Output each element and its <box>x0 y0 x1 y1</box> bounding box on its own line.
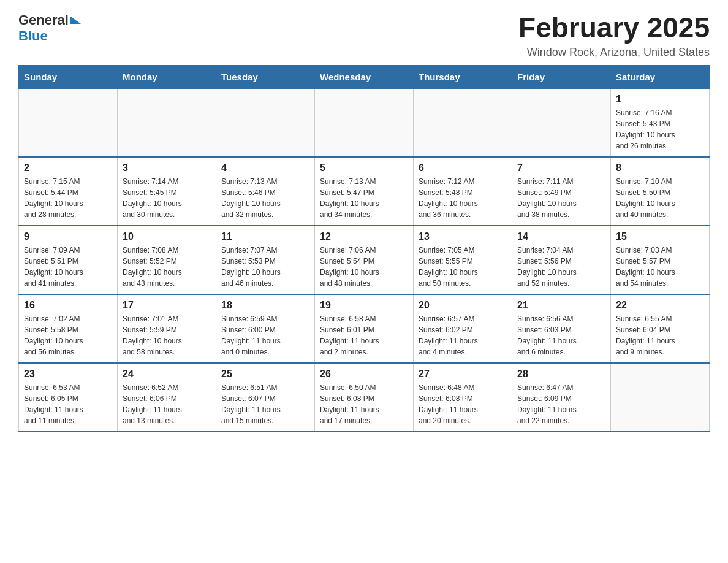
day-info: Sunrise: 7:13 AM Sunset: 5:46 PM Dayligh… <box>221 176 309 220</box>
day-info: Sunrise: 7:02 AM Sunset: 5:58 PM Dayligh… <box>24 313 112 358</box>
day-number: 13 <box>419 231 507 242</box>
calendar-cell: 23Sunrise: 6:53 AM Sunset: 6:05 PM Dayli… <box>19 363 118 432</box>
day-number: 21 <box>517 300 605 311</box>
calendar-cell: 24Sunrise: 6:52 AM Sunset: 6:06 PM Dayli… <box>118 363 216 432</box>
calendar-week-row: 23Sunrise: 6:53 AM Sunset: 6:05 PM Dayli… <box>19 363 710 432</box>
day-info: Sunrise: 7:12 AM Sunset: 5:48 PM Dayligh… <box>419 176 507 220</box>
day-info: Sunrise: 7:03 AM Sunset: 5:57 PM Dayligh… <box>616 245 704 289</box>
weekday-header-monday: Monday <box>118 65 216 88</box>
day-info: Sunrise: 6:58 AM Sunset: 6:01 PM Dayligh… <box>320 313 408 358</box>
day-info: Sunrise: 7:06 AM Sunset: 5:54 PM Dayligh… <box>320 245 408 289</box>
day-number: 19 <box>320 300 408 311</box>
day-number: 15 <box>616 231 704 242</box>
title-section: February 2025 Window Rock, Arizona, Unit… <box>518 12 710 59</box>
calendar-cell: 25Sunrise: 6:51 AM Sunset: 6:07 PM Dayli… <box>216 363 315 432</box>
calendar-cell: 4Sunrise: 7:13 AM Sunset: 5:46 PM Daylig… <box>216 157 315 226</box>
logo-general-text: General <box>18 12 69 28</box>
day-info: Sunrise: 7:07 AM Sunset: 5:53 PM Dayligh… <box>221 245 309 289</box>
day-info: Sunrise: 7:04 AM Sunset: 5:56 PM Dayligh… <box>517 245 605 289</box>
day-number: 26 <box>320 369 408 380</box>
day-info: Sunrise: 6:56 AM Sunset: 6:03 PM Dayligh… <box>517 313 605 358</box>
logo-arrow-icon <box>70 16 81 24</box>
day-info: Sunrise: 6:52 AM Sunset: 6:06 PM Dayligh… <box>123 382 211 426</box>
day-info: Sunrise: 6:47 AM Sunset: 6:09 PM Dayligh… <box>517 382 605 426</box>
day-number: 25 <box>221 369 309 380</box>
calendar-cell: 10Sunrise: 7:08 AM Sunset: 5:52 PM Dayli… <box>118 226 216 294</box>
weekday-header-saturday: Saturday <box>611 65 710 88</box>
day-number: 5 <box>320 163 408 174</box>
day-info: Sunrise: 6:55 AM Sunset: 6:04 PM Dayligh… <box>616 313 704 358</box>
day-number: 2 <box>24 163 112 174</box>
day-info: Sunrise: 7:10 AM Sunset: 5:50 PM Dayligh… <box>616 176 704 220</box>
calendar-week-row: 1Sunrise: 7:16 AM Sunset: 5:43 PM Daylig… <box>19 88 710 157</box>
day-number: 12 <box>320 231 408 242</box>
calendar-cell <box>118 88 216 157</box>
calendar-week-row: 9Sunrise: 7:09 AM Sunset: 5:51 PM Daylig… <box>19 226 710 294</box>
calendar-cell <box>512 88 611 157</box>
calendar-cell: 27Sunrise: 6:48 AM Sunset: 6:08 PM Dayli… <box>414 363 512 432</box>
calendar-cell: 8Sunrise: 7:10 AM Sunset: 5:50 PM Daylig… <box>611 157 710 226</box>
day-info: Sunrise: 7:09 AM Sunset: 5:51 PM Dayligh… <box>24 245 112 289</box>
calendar-cell: 26Sunrise: 6:50 AM Sunset: 6:08 PM Dayli… <box>315 363 414 432</box>
day-info: Sunrise: 6:53 AM Sunset: 6:05 PM Dayligh… <box>24 382 112 426</box>
calendar-cell: 19Sunrise: 6:58 AM Sunset: 6:01 PM Dayli… <box>315 294 414 363</box>
calendar-cell <box>19 88 118 157</box>
day-number: 20 <box>419 300 507 311</box>
day-number: 22 <box>616 300 704 311</box>
calendar-cell: 17Sunrise: 7:01 AM Sunset: 5:59 PM Dayli… <box>118 294 216 363</box>
calendar-cell: 21Sunrise: 6:56 AM Sunset: 6:03 PM Dayli… <box>512 294 611 363</box>
day-info: Sunrise: 6:57 AM Sunset: 6:02 PM Dayligh… <box>419 313 507 358</box>
day-info: Sunrise: 6:59 AM Sunset: 6:00 PM Dayligh… <box>221 313 309 358</box>
day-info: Sunrise: 7:01 AM Sunset: 5:59 PM Dayligh… <box>123 313 211 358</box>
calendar-cell <box>414 88 512 157</box>
page-header: General Blue February 2025 Window Rock, … <box>18 12 710 59</box>
calendar-cell: 3Sunrise: 7:14 AM Sunset: 5:45 PM Daylig… <box>118 157 216 226</box>
logo: General Blue <box>18 12 81 44</box>
day-number: 16 <box>24 300 112 311</box>
calendar-cell: 20Sunrise: 6:57 AM Sunset: 6:02 PM Dayli… <box>414 294 512 363</box>
location-text: Window Rock, Arizona, United States <box>518 46 710 59</box>
calendar-cell: 12Sunrise: 7:06 AM Sunset: 5:54 PM Dayli… <box>315 226 414 294</box>
day-number: 28 <box>517 369 605 380</box>
day-number: 10 <box>123 231 211 242</box>
calendar-cell <box>611 363 710 432</box>
day-number: 18 <box>221 300 309 311</box>
day-number: 11 <box>221 231 309 242</box>
day-info: Sunrise: 7:15 AM Sunset: 5:44 PM Dayligh… <box>24 176 112 220</box>
day-number: 9 <box>24 231 112 242</box>
calendar-cell: 7Sunrise: 7:11 AM Sunset: 5:49 PM Daylig… <box>512 157 611 226</box>
calendar-cell: 1Sunrise: 7:16 AM Sunset: 5:43 PM Daylig… <box>611 88 710 157</box>
calendar-cell: 13Sunrise: 7:05 AM Sunset: 5:55 PM Dayli… <box>414 226 512 294</box>
day-info: Sunrise: 7:11 AM Sunset: 5:49 PM Dayligh… <box>517 176 605 220</box>
calendar-cell: 15Sunrise: 7:03 AM Sunset: 5:57 PM Dayli… <box>611 226 710 294</box>
month-title: February 2025 <box>518 12 710 44</box>
calendar-cell: 6Sunrise: 7:12 AM Sunset: 5:48 PM Daylig… <box>414 157 512 226</box>
calendar-table: SundayMondayTuesdayWednesdayThursdayFrid… <box>18 65 710 432</box>
calendar-cell <box>216 88 315 157</box>
day-number: 3 <box>123 163 211 174</box>
day-info: Sunrise: 6:48 AM Sunset: 6:08 PM Dayligh… <box>419 382 507 426</box>
day-number: 27 <box>419 369 507 380</box>
calendar-cell: 2Sunrise: 7:15 AM Sunset: 5:44 PM Daylig… <box>19 157 118 226</box>
calendar-cell: 22Sunrise: 6:55 AM Sunset: 6:04 PM Dayli… <box>611 294 710 363</box>
day-number: 23 <box>24 369 112 380</box>
day-info: Sunrise: 7:14 AM Sunset: 5:45 PM Dayligh… <box>123 176 211 220</box>
day-number: 7 <box>517 163 605 174</box>
day-number: 1 <box>616 94 704 105</box>
calendar-cell: 5Sunrise: 7:13 AM Sunset: 5:47 PM Daylig… <box>315 157 414 226</box>
day-number: 6 <box>419 163 507 174</box>
weekday-header-thursday: Thursday <box>414 65 512 88</box>
calendar-cell: 9Sunrise: 7:09 AM Sunset: 5:51 PM Daylig… <box>19 226 118 294</box>
weekday-header-tuesday: Tuesday <box>216 65 315 88</box>
calendar-cell: 16Sunrise: 7:02 AM Sunset: 5:58 PM Dayli… <box>19 294 118 363</box>
calendar-cell: 11Sunrise: 7:07 AM Sunset: 5:53 PM Dayli… <box>216 226 315 294</box>
calendar-week-row: 2Sunrise: 7:15 AM Sunset: 5:44 PM Daylig… <box>19 157 710 226</box>
weekday-header-friday: Friday <box>512 65 611 88</box>
calendar-cell <box>315 88 414 157</box>
day-number: 14 <box>517 231 605 242</box>
day-number: 4 <box>221 163 309 174</box>
day-number: 8 <box>616 163 704 174</box>
weekday-header-wednesday: Wednesday <box>315 65 414 88</box>
day-info: Sunrise: 7:16 AM Sunset: 5:43 PM Dayligh… <box>616 107 704 151</box>
logo-blue-text: Blue <box>18 28 48 44</box>
